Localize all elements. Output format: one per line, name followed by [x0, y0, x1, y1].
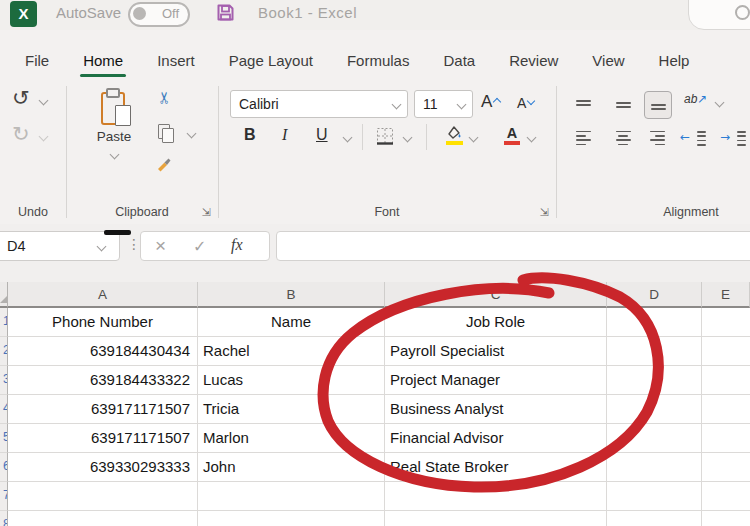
- cell-B8[interactable]: [198, 511, 385, 526]
- cell-B6[interactable]: John: [198, 453, 385, 482]
- autosave-toggle[interactable]: Off: [128, 2, 190, 27]
- undo-dropdown-icon[interactable]: [39, 96, 49, 106]
- name-box[interactable]: D4: [0, 231, 120, 261]
- cell-E8[interactable]: [702, 511, 750, 526]
- tab-view[interactable]: View: [577, 42, 639, 80]
- tab-data[interactable]: Data: [428, 42, 490, 80]
- cell-B5[interactable]: Marlon: [198, 424, 385, 453]
- tab-page-layout[interactable]: Page Layout: [214, 42, 328, 80]
- cell-A4[interactable]: 639171171507: [8, 395, 198, 424]
- cell-C4[interactable]: Business Analyst: [385, 395, 607, 424]
- align-left-button[interactable]: [570, 125, 596, 151]
- cell-A8[interactable]: [8, 511, 198, 526]
- cell-A1[interactable]: Phone Number: [8, 308, 198, 337]
- orientation-dropdown-icon[interactable]: [715, 98, 725, 108]
- cell-D2[interactable]: [607, 337, 702, 366]
- cell-E6[interactable]: [702, 453, 750, 482]
- top-align-button[interactable]: [570, 92, 596, 118]
- row-header-6[interactable]: 6: [0, 453, 8, 482]
- cell-B7[interactable]: [198, 482, 385, 511]
- cell-D3[interactable]: [607, 366, 702, 395]
- borders-dropdown-icon[interactable]: [403, 133, 413, 143]
- cell-E1[interactable]: [702, 308, 750, 337]
- paste-button[interactable]: Paste: [82, 86, 146, 196]
- tab-home[interactable]: Home: [68, 42, 138, 80]
- copy-dropdown-icon[interactable]: [187, 129, 197, 139]
- cut-icon[interactable]: ✂: [155, 91, 174, 104]
- row-header-8[interactable]: 8: [0, 511, 8, 526]
- format-painter-icon[interactable]: [156, 156, 173, 177]
- cell-C6[interactable]: Real State Broker: [385, 453, 607, 482]
- cell-E4[interactable]: [702, 395, 750, 424]
- cell-D7[interactable]: [607, 482, 702, 511]
- cell-B2[interactable]: Rachel: [198, 337, 385, 366]
- row-header-4[interactable]: 4: [0, 395, 8, 424]
- cell-C8[interactable]: [385, 511, 607, 526]
- font-size-select[interactable]: 11: [414, 90, 473, 118]
- cell-A6[interactable]: 639330293333: [8, 453, 198, 482]
- cell-D5[interactable]: [607, 424, 702, 453]
- row-header-7[interactable]: 7: [0, 482, 8, 511]
- column-header-B[interactable]: B: [198, 282, 385, 308]
- decrease-font-size-button[interactable]: A: [517, 95, 526, 111]
- cell-A3[interactable]: 639184433322: [8, 366, 198, 395]
- cell-A5[interactable]: 639171171507: [8, 424, 198, 453]
- redo-dropdown-icon[interactable]: [39, 132, 49, 142]
- underline-dropdown-icon[interactable]: [343, 133, 353, 143]
- underline-button[interactable]: U: [316, 126, 328, 144]
- tab-help[interactable]: Help: [644, 42, 705, 80]
- cell-E7[interactable]: [702, 482, 750, 511]
- fill-color-icon[interactable]: [446, 125, 464, 144]
- cell-B1[interactable]: Name: [198, 308, 385, 337]
- search-box[interactable]: [688, 0, 750, 30]
- cell-A7[interactable]: [8, 482, 198, 511]
- cell-D8[interactable]: [607, 511, 702, 526]
- clipboard-dialog-launcher-icon[interactable]: ⇲: [202, 207, 211, 218]
- cell-C1[interactable]: Job Role: [385, 308, 607, 337]
- row-header-3[interactable]: 3: [0, 366, 8, 395]
- cell-C7[interactable]: [385, 482, 607, 511]
- font-color-dropdown-icon[interactable]: [527, 133, 537, 143]
- row-header-2[interactable]: 2: [0, 337, 8, 366]
- copy-icon[interactable]: [158, 124, 175, 142]
- undo-icon[interactable]: ↺: [12, 86, 30, 110]
- save-icon[interactable]: [216, 3, 235, 26]
- align-right-button[interactable]: [644, 125, 670, 151]
- italic-button[interactable]: I: [282, 126, 287, 144]
- fill-color-dropdown-icon[interactable]: [469, 133, 479, 143]
- cell-B3[interactable]: Lucas: [198, 366, 385, 395]
- cancel-icon[interactable]: ×: [155, 235, 166, 257]
- column-header-E[interactable]: E: [702, 282, 750, 308]
- row-header-5[interactable]: 5: [0, 424, 8, 453]
- cell-E3[interactable]: [702, 366, 750, 395]
- bold-button[interactable]: B: [244, 126, 256, 144]
- borders-icon[interactable]: [376, 127, 394, 149]
- cell-C2[interactable]: Payroll Specialist: [385, 337, 607, 366]
- orientation-button[interactable]: ab↗: [684, 92, 707, 106]
- tab-file[interactable]: File: [10, 42, 64, 80]
- font-color-icon[interactable]: A: [504, 125, 520, 141]
- bottom-align-button-selected[interactable]: [644, 91, 672, 119]
- tab-formulas[interactable]: Formulas: [332, 42, 425, 80]
- insert-function-button[interactable]: fx: [231, 236, 243, 254]
- tab-insert[interactable]: Insert: [142, 42, 210, 80]
- cell-C5[interactable]: Financial Advisor: [385, 424, 607, 453]
- cell-B4[interactable]: Tricia: [198, 395, 385, 424]
- column-header-C[interactable]: C: [385, 282, 607, 308]
- cell-C3[interactable]: Project Manager: [385, 366, 607, 395]
- cell-E5[interactable]: [702, 424, 750, 453]
- cell-D1[interactable]: [607, 308, 702, 337]
- formula-input[interactable]: [276, 231, 750, 261]
- enter-icon[interactable]: ✓: [193, 237, 206, 256]
- decrease-indent-button[interactable]: ←: [682, 130, 706, 146]
- cell-A2[interactable]: 639184430434: [8, 337, 198, 366]
- increase-indent-button[interactable]: →: [722, 130, 746, 146]
- font-dialog-launcher-icon[interactable]: ⇲: [540, 207, 549, 218]
- font-name-select[interactable]: Calibri: [230, 90, 408, 118]
- redo-icon[interactable]: ↻: [12, 122, 30, 146]
- column-header-D[interactable]: D: [607, 282, 702, 308]
- increase-font-size-button[interactable]: A: [481, 92, 492, 112]
- center-button[interactable]: [610, 125, 636, 151]
- tab-review[interactable]: Review: [494, 42, 573, 80]
- cell-E2[interactable]: [702, 337, 750, 366]
